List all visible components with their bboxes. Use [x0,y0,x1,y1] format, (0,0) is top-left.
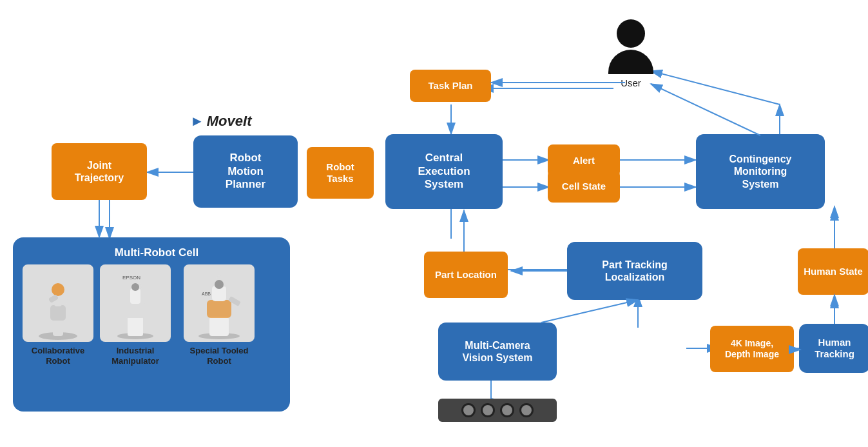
camera-lens-3 [500,403,514,417]
svg-point-36 [131,283,139,291]
human-tracking-box: HumanTracking [799,324,868,373]
multi-camera-box: Multi-CameraVision System [438,323,557,381]
part-tracking-box: Part TrackingLocalization [567,242,702,300]
camera-bar [438,399,557,422]
svg-line-54 [651,84,760,135]
cell-state-box: Cell State [548,170,620,203]
part-location-box: Part Location [424,252,508,298]
svg-text:ABB: ABB [202,292,211,296]
collab-robot-group: CollaborativeRobot [23,264,93,366]
industrial-robot-image: EPSON [100,264,171,342]
industrial-robot-label: IndustrialManipulator [111,346,159,366]
joint-trajectory-box: JointTrajectory [52,143,147,200]
diagram: ►MoveIt JointTrajectory RobotMotionPlann… [0,0,868,447]
svg-rect-26 [50,305,66,321]
svg-rect-40 [207,300,231,318]
industrial-robot-group: EPSON IndustrialManipulator [100,264,171,366]
central-execution-box: CentralExecutionSystem [385,134,503,209]
collab-robot-svg [26,266,90,341]
collab-robot-label: CollaborativeRobot [32,346,84,366]
camera-lens-4 [519,403,534,417]
svg-rect-33 [125,303,146,318]
svg-text:EPSON: EPSON [122,275,140,281]
svg-point-28 [52,283,64,296]
svg-line-12 [651,71,780,104]
svg-rect-39 [209,317,229,336]
svg-line-48 [541,300,638,323]
camera-lens-2 [481,403,495,417]
special-robot-svg: ABB [184,266,255,341]
moveit-label: ►MoveIt [190,113,251,130]
svg-rect-25 [53,318,63,336]
industrial-robot-svg: EPSON [103,266,168,341]
special-robot-image: ABB [184,264,255,342]
svg-rect-32 [128,317,143,336]
robot-motion-planner-box: RobotMotionPlanner [193,135,298,208]
svg-rect-30 [64,299,72,305]
human-state-box: Human State [798,248,868,295]
special-robot-group: ABB Special TooledRobot [184,264,255,366]
collab-robot-image [23,264,93,342]
special-robot-label: Special TooledRobot [190,346,249,366]
user-body-icon [608,50,653,74]
user-head-icon [617,19,645,48]
moveit-arrow-icon: ► [190,113,204,129]
camera-lens-1 [461,403,476,417]
user-figure: User [608,19,653,88]
task-plan-box: Task Plan [410,70,491,102]
contingency-box: ContingencyMonitoringSystem [696,134,825,209]
svg-point-44 [215,280,224,289]
robot-tasks-box: RobotTasks [307,147,374,199]
image-4k-box: 4K Image,Depth Image [710,326,794,372]
